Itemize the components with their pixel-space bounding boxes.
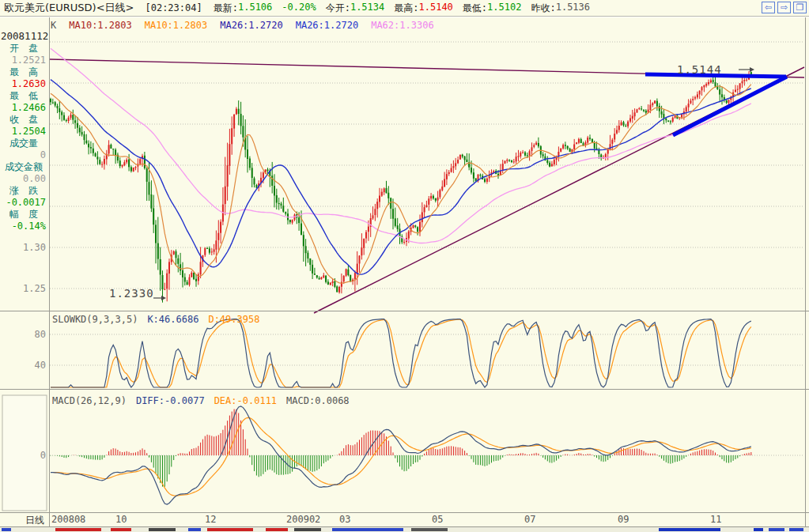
status-fragment — [332, 528, 403, 531]
date-tick: 11 — [710, 514, 721, 525]
macd-name: MACD(26,12,9) — [52, 395, 127, 406]
info-label: 幅 度 — [0, 209, 47, 221]
status-fragment — [754, 528, 763, 531]
selected-date: 20081112 — [0, 30, 47, 43]
k-label: K — [51, 20, 56, 31]
status-fragment — [111, 528, 131, 531]
date-tick: 10 — [115, 514, 127, 525]
date-tick: 12 — [205, 514, 216, 525]
slowkd-name: SLOWKD(9,3,3,5) — [52, 314, 138, 325]
quote-field: 最新:1.5106 — [214, 2, 273, 15]
date-tick: 03 — [339, 514, 350, 525]
macd-dea-value: DEA:-0.0111 — [214, 395, 277, 406]
status-fragment — [294, 528, 321, 531]
axis-tick-label: 40 — [0, 360, 46, 371]
info-value: -0.0017 — [0, 197, 47, 209]
info-value: 1.2521 — [0, 55, 47, 66]
top-bar: 欧元美元(EURUSD)<日线> [02:23:04] 最新:1.5106-0.… — [0, 0, 809, 16]
quote-field: -0.20% — [282, 2, 316, 15]
info-value: 1.2466 — [0, 102, 47, 114]
status-fragment — [55, 528, 101, 531]
info-value: 0.00 — [0, 173, 47, 185]
date-tick: 200902 — [286, 514, 320, 525]
status-fragment — [2, 528, 11, 531]
ma-value: MA26:1.2720 — [296, 20, 358, 31]
toolbar-buttons: ⇦⇨❐ — [762, 2, 807, 13]
info-label: 成交金额 — [0, 161, 47, 173]
ma-value: MA26:1.2720 — [220, 20, 282, 31]
axis-tick-label: 0 — [0, 450, 46, 461]
server-time: [02:23:04] — [145, 2, 202, 13]
status-fragment — [266, 528, 288, 531]
date-tick: 05 — [432, 514, 443, 525]
quote-field: 最低:1.5102 — [463, 2, 522, 15]
info-value: 1.2630 — [0, 78, 47, 90]
info-label: 最 高 — [0, 66, 47, 78]
axis-tick-label: 1.30 — [0, 242, 46, 253]
ma-value: MA10:1.2803 — [145, 20, 207, 31]
info-label: 涨 跌 — [0, 185, 47, 197]
info-label: 开 盘 — [0, 43, 47, 55]
status-fragment — [789, 528, 803, 531]
high-annotation: 1.5144 — [677, 63, 722, 76]
info-label: 收 盘 — [0, 114, 47, 126]
slowkd-header: SLOWKD(9,3,3,5) K:46.6686 D:49.3958 — [52, 314, 259, 325]
quote-field: 昨收:1.5136 — [531, 2, 590, 15]
date-tick: 07 — [524, 514, 535, 525]
ma-values-header: KMA10:1.2803MA10:1.2803MA26:1.2720MA26:1… — [51, 20, 434, 31]
date-tick: 200808 — [51, 514, 85, 525]
axis-tick-label: 80 — [0, 329, 46, 340]
info-label: 成交量 — [0, 138, 47, 149]
slowkd-k-value: K:46.6686 — [147, 314, 198, 325]
info-value: -0.14% — [0, 221, 47, 232]
status-fragment — [769, 528, 784, 531]
macd-diff-value: DIFF:-0.0077 — [136, 395, 205, 406]
axis-tick-label: 1.25 — [0, 283, 46, 294]
info-panel: 20081112开 盘1.2521最 高1.2630最 低1.2466收 盘1.… — [0, 30, 47, 232]
period-label: 日线 — [0, 514, 44, 527]
info-value: 0 — [0, 149, 47, 161]
macd-macd-value: MACD:0.0068 — [286, 395, 349, 406]
cascade-windows-button[interactable]: ❐ — [793, 2, 807, 13]
status-fragment — [411, 528, 448, 531]
low-annotation: 1.2330 — [109, 287, 154, 300]
slowkd-d-value: D:49.3958 — [208, 314, 259, 325]
quote-fields: 最新:1.5106-0.20%今开:1.5134最高:1.5140最低:1.51… — [214, 2, 590, 15]
status-bar-cropped — [0, 527, 809, 532]
symbol-title: 欧元美元(EURUSD)<日线> — [4, 1, 134, 15]
status-fragment — [207, 528, 253, 531]
back-arrow-button[interactable]: ⇦ — [762, 2, 775, 13]
status-fragment — [149, 528, 176, 531]
quote-field: 最高:1.5140 — [394, 2, 453, 15]
date-tick: 09 — [618, 514, 629, 525]
price-chart-canvas[interactable] — [0, 0, 809, 532]
macd-header: MACD(26,12,9) DIFF:-0.0077 DEA:-0.0111 M… — [52, 395, 350, 406]
ma-value: MA10:1.2803 — [69, 20, 131, 31]
info-value: 1.2504 — [0, 126, 47, 138]
status-fragment — [188, 528, 201, 531]
status-fragment — [659, 528, 720, 531]
ma-value: MA62:1.3306 — [371, 20, 433, 31]
quote-field: 今开:1.5134 — [326, 2, 385, 15]
info-label: 最 低 — [0, 90, 47, 102]
chart-app-window: { "colors": { "bg": "#fbfbe8", "border":… — [0, 0, 809, 532]
forward-arrow-button[interactable]: ⇨ — [777, 2, 791, 13]
